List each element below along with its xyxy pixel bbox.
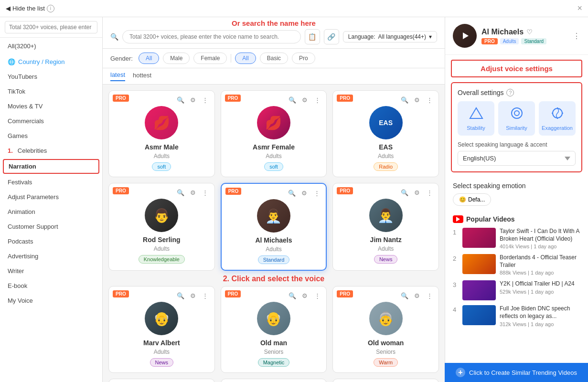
voice-card-old-man[interactable]: PRO 🔍 ⚙ ⋮ 👴 Old man Seniors Magnetic (221, 286, 327, 373)
pro-badge-oldman: PRO (225, 290, 241, 297)
exaggeration-setting[interactable]: Exaggeration (539, 101, 576, 136)
settings-action-jim[interactable]: ⚙ (412, 187, 422, 198)
sidebar-item-movies-tv[interactable]: Movies & TV (0, 99, 102, 114)
settings-action-marv[interactable]: ⚙ (188, 290, 198, 301)
search-action-eas[interactable]: 🔍 (399, 95, 410, 105)
heart-icon[interactable]: ♡ (526, 28, 533, 36)
voice-tag-oldwoman: Warm (374, 358, 398, 367)
voice-tag-asmr-male: soft (152, 162, 171, 171)
search-action-jim[interactable]: 🔍 (399, 187, 410, 198)
filter-row: Gender: All Male Female All Basic Pro (103, 49, 445, 68)
sidebar-item-customer-support[interactable]: Customer Support (0, 219, 102, 234)
video-info-1: Taylor Swift - I Can Do It With A Broken… (500, 228, 580, 249)
sidebar-item-narration[interactable]: Narration (3, 159, 99, 174)
voice-card-old-woman[interactable]: PRO 🔍 ⚙ ⋮ 👵 Old woman Seniors Warm (332, 286, 439, 373)
settings-action-oldman[interactable]: ⚙ (299, 290, 310, 301)
search-action-rod[interactable]: 🔍 (175, 187, 186, 198)
sidebar-search-input[interactable] (5, 21, 97, 33)
settings-action-asmr-female[interactable]: ⚙ (299, 95, 310, 105)
close-button[interactable]: × (577, 3, 582, 13)
sidebar-item-animation[interactable]: Animation (0, 204, 102, 219)
sidebar-item-e-book[interactable]: E-book (0, 278, 102, 293)
voice-tag-rod: Knowledgeable (139, 255, 185, 264)
more-action-asmr-female[interactable]: ⋮ (312, 95, 322, 105)
sidebar-item-writer[interactable]: Writer (0, 264, 102, 278)
hide-list-label: Hide the list (12, 5, 45, 12)
tab-latest[interactable]: latest (110, 71, 125, 81)
youtube-icon (453, 215, 463, 223)
more-action-marv[interactable]: ⋮ (200, 290, 211, 301)
link-icon-btn[interactable]: 🔗 (324, 29, 339, 44)
info-icon[interactable]: i (47, 5, 54, 12)
sidebar-item-all[interactable]: All(3200+) (0, 38, 102, 54)
more-action-oldwoman[interactable]: ⋮ (424, 290, 435, 301)
voice-card-jim-nantz[interactable]: PRO 🔍 ⚙ ⋮ 👨‍💼 Jim Nantz Adults News (332, 183, 439, 271)
search-action-al[interactable]: 🔍 (287, 188, 297, 198)
voice-card-al-michaels[interactable]: PRO 🔍 ⚙ ⋮ 👨‍💼 Al Michaels Adults Standar… (221, 183, 327, 271)
gender-male-btn[interactable]: Male (163, 53, 190, 64)
more-action-oldman[interactable]: ⋮ (312, 290, 322, 301)
settings-action-eas[interactable]: ⚙ (412, 95, 422, 105)
card-actions-oldwoman: 🔍 ⚙ ⋮ (399, 290, 435, 301)
settings-action-rod[interactable]: ⚙ (188, 187, 198, 198)
gender-all-btn[interactable]: All (139, 53, 159, 64)
settings-action-oldwoman[interactable]: ⚙ (412, 290, 422, 301)
sidebar-item-country-region[interactable]: 🌐 Country / Region (0, 54, 102, 69)
search-action-oldman[interactable]: 🔍 (287, 290, 298, 301)
more-action-jim[interactable]: ⋮ (424, 187, 435, 198)
voice-search-input[interactable] (122, 30, 301, 43)
voice-card-rod-serling[interactable]: PRO 🔍 ⚙ ⋮ 👨 Rod Serling Adults Knowledge… (108, 183, 215, 271)
sidebar-item-adjust-params[interactable]: Adjust Parameters (0, 190, 102, 204)
play-overlay[interactable] (453, 24, 477, 48)
video-item-3[interactable]: 3 Y2K | Official Trailer HD | A24 529k V… (453, 280, 580, 300)
more-action-rod[interactable]: ⋮ (200, 187, 211, 198)
voice-card-basic-1[interactable]: BASIC 🔍 ⋮ 👩 Voice Basic 1 Adults (108, 379, 215, 382)
more-action-al[interactable]: ⋮ (311, 188, 322, 198)
more-action-asmr-male[interactable]: ⋮ (200, 95, 211, 105)
emotion-label: Select speaking emotion (453, 182, 580, 190)
video-item-4[interactable]: 4 Full Joe Biden DNC speech reflects on … (453, 305, 580, 327)
sidebar-item-my-voice[interactable]: My Voice (0, 293, 102, 308)
voice-card-basic-2[interactable]: BASIC 🔍 ⋮ 👨 Voice Basic 2 Adults (221, 379, 327, 382)
sidebar-item-podcasts[interactable]: Podcasts (0, 234, 102, 249)
settings-action-al[interactable]: ⚙ (299, 188, 310, 198)
tab-hottest[interactable]: hottest (133, 72, 151, 81)
type-pro-btn[interactable]: Pro (292, 53, 315, 64)
type-all-btn[interactable]: All (235, 53, 256, 64)
copy-icon-btn[interactable]: 📋 (305, 29, 320, 44)
video-item-2[interactable]: 2 Borderlands 4 - Official Teaser Traile… (453, 254, 580, 276)
search-action-oldwoman[interactable]: 🔍 (399, 290, 410, 301)
type-basic-btn[interactable]: Basic (260, 53, 288, 64)
sidebar-item-advertising[interactable]: Advertising (0, 249, 102, 264)
sidebar-item-games[interactable]: Games (0, 128, 102, 143)
sidebar-item-commercials[interactable]: Commercials (0, 114, 102, 128)
sidebar-item-celebrities[interactable]: 1. Celebrities (0, 143, 102, 158)
gender-female-btn[interactable]: Female (193, 53, 227, 64)
search-action-asmr-male[interactable]: 🔍 (175, 95, 186, 105)
stability-setting[interactable]: Stability (458, 101, 494, 136)
video-meta-1: 4014k Views | 1 day ago (500, 244, 580, 249)
voice-card-basic-3[interactable]: BASIC 🔍 ⋮ 👨 Voice Basic 3 Adults (332, 379, 439, 382)
video-item-1[interactable]: 1 Taylor Swift - I Can Do It With A Brok… (453, 228, 580, 249)
voice-card-marv-albert[interactable]: PRO 🔍 ⚙ ⋮ 👴 Marv Albert Adults News (108, 286, 215, 373)
language-selector[interactable]: Language: All languages(44+) ▾ (343, 31, 437, 42)
sidebar-item-youtubers[interactable]: YouTubers (0, 69, 102, 84)
voice-card-asmr-male[interactable]: PRO 🔍 ⚙ ⋮ 💋 Asmr Male Adults soft (108, 90, 215, 177)
sidebar-item-festivals[interactable]: Festivals (0, 175, 102, 190)
hide-list-button[interactable]: ◀ Hide the list i (6, 5, 54, 12)
create-trending-button[interactable]: + Click to Create Similar Trending Video… (445, 363, 588, 382)
overall-info-icon[interactable]: ? (506, 89, 514, 96)
similarity-setting[interactable]: Similarity (498, 101, 535, 136)
sidebar-item-tiktok[interactable]: TikTok (0, 84, 102, 99)
search-action-marv[interactable]: 🔍 (175, 290, 186, 301)
emotion-default-btn[interactable]: 😊 Defa... (453, 193, 491, 206)
settings-action-asmr-male[interactable]: ⚙ (188, 95, 198, 105)
play-triangle (463, 32, 469, 39)
search-action-asmr-female[interactable]: 🔍 (287, 95, 298, 105)
lang-accent-select[interactable]: English(US) (458, 151, 576, 166)
voice-more-button[interactable]: ⋮ (573, 32, 580, 41)
voice-card-eas[interactable]: PRO 🔍 ⚙ ⋮ EAS EAS Adults Radio (332, 90, 439, 177)
voice-card-asmr-female[interactable]: PRO 🔍 ⚙ ⋮ 💋 Asmr Female Adults soft (221, 90, 327, 177)
more-action-eas[interactable]: ⋮ (424, 95, 435, 105)
voice-grid-container: PRO 🔍 ⚙ ⋮ 💋 Asmr Male Adults soft PRO � (103, 85, 445, 382)
